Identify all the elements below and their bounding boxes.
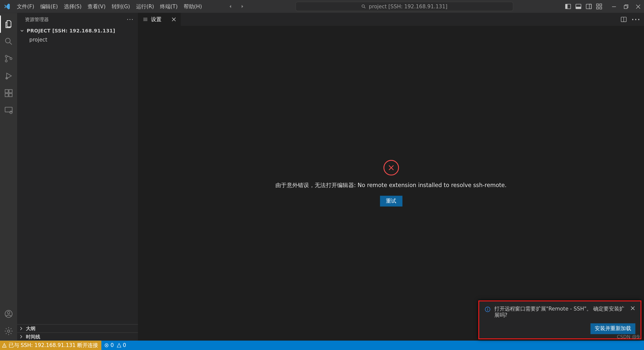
error-icon bbox=[383, 160, 399, 176]
explorer-root[interactable]: PROJECT [SSH: 192.168.91.131] bbox=[17, 26, 138, 35]
status-warnings-count: 0 bbox=[123, 342, 126, 348]
status-errors[interactable]: 0 bbox=[101, 342, 116, 348]
extensions-icon[interactable] bbox=[0, 84, 17, 102]
tabs-bar: 设置 ··· bbox=[138, 13, 644, 26]
remote-status-text: 已与 SSH: 192.168.91.131 断开连接 bbox=[9, 342, 98, 349]
window-close-icon[interactable] bbox=[632, 0, 644, 13]
editor-error-panel: 由于意外错误，无法打开编辑器: No remote extension inst… bbox=[275, 160, 507, 206]
toast-install-button[interactable]: 安装并重新加载 bbox=[590, 323, 635, 334]
svg-point-22 bbox=[10, 111, 12, 114]
explorer-sidebar: 资源管理器 ··· PROJECT [SSH: 192.168.91.131] … bbox=[17, 13, 138, 340]
activity-bar bbox=[0, 13, 17, 340]
nav-forward-icon[interactable] bbox=[239, 4, 246, 10]
run-debug-icon[interactable] bbox=[0, 67, 17, 84]
menu-edit[interactable]: 编辑(E) bbox=[37, 0, 61, 13]
toast-close-icon[interactable] bbox=[630, 305, 635, 311]
window-restore-icon[interactable] bbox=[620, 0, 632, 13]
menu-help[interactable]: 帮助(H) bbox=[181, 0, 205, 13]
svg-point-0 bbox=[362, 5, 364, 7]
outline-section[interactable]: 大纲 bbox=[17, 324, 138, 332]
menu-view[interactable]: 查看(V) bbox=[85, 0, 108, 13]
explorer-item-project[interactable]: project bbox=[17, 35, 138, 44]
status-bar: 已与 SSH: 192.168.91.131 断开连接 0 0 bbox=[0, 341, 644, 350]
info-icon bbox=[484, 306, 491, 313]
editor-area: 设置 ··· 由于意外错误，无法打开编辑器: N bbox=[138, 13, 644, 340]
retry-button[interactable]: 重试 bbox=[380, 196, 402, 206]
editor-error-text: 由于意外错误，无法打开编辑器: No remote extension inst… bbox=[275, 182, 507, 190]
menu-go[interactable]: 转到(G) bbox=[109, 0, 133, 13]
svg-rect-9 bbox=[596, 7, 598, 9]
toggle-panel-icon[interactable] bbox=[573, 0, 584, 13]
menu-run[interactable]: 运行(R) bbox=[133, 0, 157, 13]
explorer-more-icon[interactable]: ··· bbox=[127, 16, 134, 23]
svg-rect-18 bbox=[5, 94, 8, 97]
search-icon[interactable] bbox=[0, 33, 17, 50]
remote-status[interactable]: 已与 SSH: 192.168.91.131 断开连接 bbox=[0, 341, 101, 350]
svg-rect-10 bbox=[600, 7, 602, 9]
toggle-secondary-sidebar-icon[interactable] bbox=[584, 0, 594, 13]
svg-rect-11 bbox=[624, 5, 627, 8]
menu-terminal[interactable]: 终端(T) bbox=[157, 0, 181, 13]
tab-settings[interactable]: 设置 bbox=[138, 13, 181, 26]
notification-toast: 打开远程窗口需要扩展"Remote - SSH"。 确定要安装扩展吗? 安装并重… bbox=[478, 300, 641, 339]
window-minimize-icon[interactable] bbox=[608, 0, 620, 13]
explorer-title: 资源管理器 bbox=[25, 16, 49, 23]
title-bar: 文件(F) 编辑(E) 选择(S) 查看(V) 转到(G) 运行(R) 终端(T… bbox=[0, 0, 644, 13]
command-center[interactable]: project [SSH: 192.168.91.131] bbox=[295, 2, 513, 11]
timeline-section-label: 时间线 bbox=[26, 333, 40, 340]
command-center-text: project [SSH: 192.168.91.131] bbox=[369, 4, 448, 10]
tabs-more-icon[interactable]: ··· bbox=[631, 14, 640, 25]
svg-rect-8 bbox=[600, 4, 602, 6]
customize-layout-icon[interactable] bbox=[594, 0, 604, 13]
svg-point-24 bbox=[8, 312, 10, 314]
nav-back-icon[interactable] bbox=[227, 4, 233, 10]
source-control-icon[interactable] bbox=[0, 50, 17, 67]
menu-file[interactable]: 文件(F) bbox=[14, 0, 37, 13]
vscode-logo-icon bbox=[4, 3, 10, 10]
menu-bar: 文件(F) 编辑(E) 选择(S) 查看(V) 转到(G) 运行(R) 终端(T… bbox=[14, 0, 205, 13]
explorer-root-label: PROJECT [SSH: 192.168.91.131] bbox=[27, 28, 115, 33]
svg-rect-4 bbox=[576, 7, 581, 9]
svg-rect-20 bbox=[9, 90, 12, 93]
svg-rect-7 bbox=[596, 4, 598, 6]
svg-rect-17 bbox=[5, 90, 8, 93]
toggle-primary-sidebar-icon[interactable] bbox=[563, 0, 573, 13]
svg-point-12 bbox=[6, 38, 10, 43]
svg-point-15 bbox=[10, 58, 12, 60]
timeline-section[interactable]: 时间线 bbox=[17, 332, 138, 341]
explorer-icon[interactable] bbox=[0, 16, 17, 33]
svg-rect-2 bbox=[566, 4, 568, 9]
settings-gear-icon[interactable] bbox=[0, 323, 17, 340]
outline-section-label: 大纲 bbox=[26, 325, 35, 332]
svg-point-25 bbox=[8, 330, 10, 332]
svg-point-27 bbox=[4, 346, 5, 347]
menu-select[interactable]: 选择(S) bbox=[61, 0, 85, 13]
remote-explorer-icon[interactable] bbox=[0, 102, 17, 119]
tab-settings-label: 设置 bbox=[151, 16, 161, 23]
svg-rect-6 bbox=[589, 4, 591, 9]
svg-rect-19 bbox=[9, 94, 12, 97]
status-errors-count: 0 bbox=[110, 342, 114, 348]
split-editor-icon[interactable] bbox=[619, 16, 628, 23]
accounts-icon[interactable] bbox=[0, 305, 17, 323]
tab-close-icon[interactable] bbox=[171, 17, 177, 22]
watermark: CSDN @9 bbox=[617, 334, 640, 340]
svg-point-13 bbox=[5, 55, 7, 57]
svg-point-14 bbox=[5, 60, 7, 62]
toast-message: 打开远程窗口需要扩展"Remote - SSH"。 确定要安装扩展吗? bbox=[494, 305, 627, 319]
status-warnings[interactable]: 0 bbox=[116, 342, 129, 348]
svg-rect-5 bbox=[586, 4, 591, 9]
svg-point-30 bbox=[487, 308, 488, 309]
